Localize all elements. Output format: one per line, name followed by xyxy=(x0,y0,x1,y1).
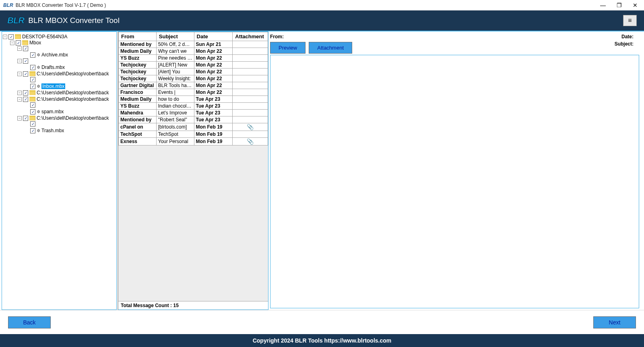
tree-item-label[interactable]: Mbox xyxy=(29,40,41,46)
tree-item-label[interactable]: Trash.mbx xyxy=(41,128,64,133)
cell-date: Sun Apr 21 xyxy=(194,41,233,48)
attachment-icon: 📎 xyxy=(247,138,254,145)
cell-attachment xyxy=(233,82,268,89)
hamburger-menu[interactable]: ≡ xyxy=(623,15,637,26)
cell-subject: Let's Improve xyxy=(156,110,194,116)
table-row[interactable]: Medium DailyWhy can't weMon Apr 22 xyxy=(119,48,268,55)
checkbox[interactable]: ✓ xyxy=(30,65,35,70)
table-row[interactable]: TechjockeyWeekly Insight:Mon Apr 22 xyxy=(119,75,268,82)
tree-item-label[interactable]: spam.mbx xyxy=(41,109,64,114)
back-button[interactable]: Back xyxy=(8,316,51,328)
table-row[interactable]: FranciscoEvents |Mon Apr 22 xyxy=(119,89,268,96)
table-row[interactable]: Mentioned by50% Off, 2 daysSun Apr 21 xyxy=(119,41,268,48)
col-attachment[interactable]: Attachment xyxy=(233,32,268,41)
cell-date: Mon Apr 22 xyxy=(194,75,233,82)
checkbox[interactable]: ✓ xyxy=(30,52,35,58)
cell-from: cPanel on xyxy=(119,123,157,131)
col-from[interactable]: From xyxy=(119,32,157,41)
close-button[interactable]: ✕ xyxy=(627,0,643,10)
checkbox[interactable]: ✓ xyxy=(30,102,35,108)
checkbox[interactable]: ✓ xyxy=(23,46,28,51)
table-row[interactable]: cPanel on[blrtools.com]Mon Feb 19📎 xyxy=(119,123,268,131)
table-row[interactable]: YS BuzzPine needles offer livelihoodMon … xyxy=(119,55,268,62)
table-row[interactable]: Mentioned by"Robert Seal"Tue Apr 23 xyxy=(119,116,268,123)
cell-from: Techjockey xyxy=(119,69,157,75)
checkbox[interactable]: ✓ xyxy=(23,90,28,96)
attachment-icon: 📎 xyxy=(247,124,254,130)
expander-icon[interactable]: − xyxy=(17,91,22,95)
checkbox[interactable]: ✓ xyxy=(8,34,14,39)
file-icon: ✲ xyxy=(37,52,40,58)
footer-bar: Back Next xyxy=(0,310,644,334)
checkbox[interactable]: ✓ xyxy=(23,97,28,102)
checkbox[interactable]: ✓ xyxy=(30,77,35,82)
cell-subject: [Alert] You xyxy=(156,69,194,75)
col-subject[interactable]: Subject xyxy=(156,32,194,41)
next-button[interactable]: Next xyxy=(593,316,636,328)
tree-item-label[interactable]: C:\Users\dell\Desktop\robert\back xyxy=(37,115,109,121)
cell-attachment xyxy=(233,62,268,69)
expander-icon[interactable]: − xyxy=(3,35,7,39)
tree-item-label[interactable]: Inbox.mbx xyxy=(41,83,65,89)
tree-item-label[interactable]: Drafts.mbx xyxy=(41,64,65,70)
cell-subject: [blrtools.com] xyxy=(156,123,194,131)
checkbox[interactable]: ✓ xyxy=(30,109,35,114)
expander-icon[interactable]: − xyxy=(17,116,22,121)
cell-subject: Indian chocolate xyxy=(156,103,194,110)
cell-from: Mentioned by xyxy=(119,41,157,48)
table-row[interactable]: TechSpotTechSpotMon Feb 19 xyxy=(119,131,268,138)
cell-subject: Why can't we xyxy=(156,48,194,55)
checkbox[interactable]: ✓ xyxy=(30,128,35,133)
table-row[interactable]: Techjockey[ALERT] NewMon Apr 22 xyxy=(119,62,268,69)
checkbox[interactable]: ✓ xyxy=(30,121,35,127)
date-label: Date: xyxy=(621,34,634,39)
cell-from: Medium Daily xyxy=(119,96,157,103)
expander-icon[interactable]: − xyxy=(17,59,22,63)
table-row[interactable]: MahendraLet's ImproveTue Apr 23 xyxy=(119,110,268,116)
cell-subject: Weekly Insight: xyxy=(156,75,194,82)
tab-preview[interactable]: Preview xyxy=(270,42,305,54)
expander-icon[interactable]: − xyxy=(10,41,14,45)
maximize-button[interactable]: ❐ xyxy=(611,0,627,10)
cell-date: Mon Apr 22 xyxy=(194,48,233,55)
folder-icon xyxy=(29,90,35,95)
tree-item-label[interactable]: C:\Users\dell\Desktop\robert\back xyxy=(37,96,109,102)
table-row[interactable]: YS BuzzIndian chocolateTue Apr 23 xyxy=(119,103,268,110)
cell-attachment xyxy=(233,48,268,55)
app-logo: BLR xyxy=(7,15,24,26)
checkbox[interactable]: ✓ xyxy=(30,84,35,89)
table-row[interactable]: Medium Dailyhow to doTue Apr 23 xyxy=(119,96,268,103)
cell-from: YS Buzz xyxy=(119,103,157,110)
tree-scroll[interactable]: −✓DESKTOP-E564N3A−✓Mbox−✓✓✲Archive.mbx−✓… xyxy=(2,32,116,310)
table-row[interactable]: Techjockey[Alert] YouMon Apr 22 xyxy=(119,69,268,75)
expander-icon[interactable]: − xyxy=(17,46,22,51)
copyright-bar: Copyright 2024 BLR Tools https://www.blr… xyxy=(0,334,644,347)
checkbox[interactable]: ✓ xyxy=(23,58,28,64)
preview-body[interactable] xyxy=(270,55,639,308)
expander-icon[interactable]: − xyxy=(17,72,22,76)
checkbox[interactable]: ✓ xyxy=(23,71,28,77)
tab-attachment[interactable]: Attachment xyxy=(309,42,352,54)
expander-icon[interactable]: − xyxy=(17,97,22,102)
table-row[interactable]: ExnessYour PersonalMon Feb 19📎 xyxy=(119,138,268,145)
grid-header-row: From Subject Date Attachment xyxy=(119,32,268,41)
tree-item-label[interactable]: C:\Users\dell\Desktop\robert\back xyxy=(37,90,109,96)
col-date[interactable]: Date xyxy=(194,32,233,41)
table-row[interactable]: Gartner DigitalBLR Tools has 0Mon Apr 22 xyxy=(119,82,268,89)
message-count: Total Message Count : 15 xyxy=(118,301,268,310)
message-grid[interactable]: From Subject Date Attachment Mentioned b… xyxy=(118,32,268,301)
cell-from: Exness xyxy=(119,138,157,145)
tree-item-label[interactable]: Archive.mbx xyxy=(41,52,68,58)
checkbox[interactable]: ✓ xyxy=(23,116,28,121)
cell-attachment xyxy=(233,75,268,82)
minimize-button[interactable]: — xyxy=(595,0,611,10)
tree-item-label[interactable]: DESKTOP-E564N3A xyxy=(22,34,68,39)
cell-date: Mon Feb 19 xyxy=(194,131,233,138)
cell-subject: how to do xyxy=(156,96,194,103)
checkbox[interactable]: ✓ xyxy=(16,40,21,46)
cell-attachment: 📎 xyxy=(233,138,268,145)
cell-date: Mon Apr 22 xyxy=(194,82,233,89)
cell-from: Mentioned by xyxy=(119,116,157,123)
tree-item-label[interactable]: C:\Users\dell\Desktop\robert\back xyxy=(37,71,109,77)
cell-attachment xyxy=(233,41,268,48)
